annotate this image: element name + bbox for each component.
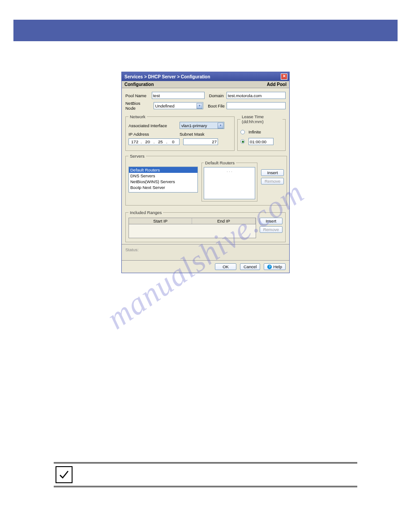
ip-octet-2: 20: [143, 139, 153, 144]
page-header-banner: [13, 20, 398, 41]
ranges-table[interactable]: Start IP End IP: [128, 218, 256, 238]
bootfile-label: Boot File: [208, 103, 225, 108]
list-item[interactable]: Bootp Next Server: [129, 184, 197, 190]
domain-label: Domain: [209, 93, 225, 98]
bootfile-input[interactable]: [227, 102, 286, 109]
servers-insert-button[interactable]: Insert: [261, 169, 284, 176]
checkmark-icon: [56, 466, 73, 483]
chevron-down-icon: ▾: [218, 123, 223, 129]
lease-time-group: Lease Time (dd:hh:mm) Infinite: [237, 114, 286, 151]
ranges-legend: Included Ranges: [128, 210, 163, 215]
status-area: Status:: [122, 244, 289, 260]
assoc-if-select[interactable]: vlan1-primary ▾: [180, 122, 224, 129]
ok-button[interactable]: OK: [215, 263, 236, 270]
infinite-radio[interactable]: [240, 130, 245, 134]
help-button[interactable]: ? Help: [264, 263, 286, 270]
dialog-subheader: Configuration Add Pool: [122, 81, 289, 88]
dhcp-config-dialog: Services > DHCP Server > Configuration ✕…: [121, 72, 290, 273]
included-ranges-group: Included Ranges Start IP End IP Insert R…: [125, 210, 286, 242]
subnet-mask-input[interactable]: 27: [183, 138, 218, 145]
chevron-down-icon: ▾: [197, 103, 202, 109]
netbios-value: Undefined: [155, 103, 175, 108]
routers-legend: Default Routers: [204, 160, 236, 165]
help-label: Help: [273, 264, 282, 269]
ranges-insert-button[interactable]: Insert: [260, 218, 283, 224]
pool-name-input[interactable]: [152, 92, 205, 99]
servers-remove-button: Remove: [261, 178, 284, 184]
infinite-label: Infinite: [248, 129, 261, 134]
dialog-button-bar: OK Cancel ? Help: [122, 260, 289, 273]
ip-address-input[interactable]: 172. 20. 25. 0: [128, 138, 180, 145]
netbios-select[interactable]: Undefined ▾: [154, 102, 204, 109]
list-item[interactable]: DNS Servers: [129, 173, 197, 179]
routers-textbox[interactable]: . . .: [204, 167, 255, 199]
network-legend: Network: [128, 114, 147, 119]
servers-group: Servers Default Routers DNS Servers NetB…: [125, 154, 287, 206]
assoc-if-value: vlan1-primary: [181, 123, 207, 128]
ranges-remove-button: Remove: [260, 226, 283, 233]
default-routers-group: Default Routers . . .: [201, 160, 257, 202]
servers-listbox[interactable]: Default Routers DNS Servers NetBios(WINS…: [128, 167, 198, 193]
subheader-right: Add Pool: [267, 82, 287, 87]
domain-input[interactable]: [227, 92, 286, 99]
divider: [54, 462, 357, 463]
ranges-col-start: Start IP: [129, 218, 192, 224]
status-label: Status:: [125, 247, 139, 252]
close-icon[interactable]: ✕: [281, 73, 287, 80]
ip-octet-3: 25: [155, 139, 165, 144]
network-group: Network Associated Interface vlan1-prima…: [125, 114, 235, 151]
dialog-titlebar: Services > DHCP Server > Configuration ✕: [122, 72, 289, 81]
list-item[interactable]: NetBios(WINS) Servers: [129, 179, 197, 184]
lease-legend: Lease Time (dd:hh:mm): [240, 114, 283, 124]
breadcrumb: Services > DHCP Server > Configuration: [124, 74, 210, 79]
subnet-suffix: 27: [212, 139, 217, 144]
routers-placeholder: . . .: [204, 167, 255, 173]
divider: [54, 486, 357, 487]
help-icon: ?: [267, 265, 272, 269]
note-area: [54, 460, 357, 489]
pool-name-label: Pool Name: [125, 93, 150, 98]
netbios-label: NetBios Node: [125, 101, 152, 111]
assoc-if-label: Associated Interface: [128, 123, 178, 128]
list-item[interactable]: Default Routers: [129, 167, 197, 173]
time-radio[interactable]: [240, 139, 245, 144]
subnet-label: Subnet Mask: [180, 132, 204, 137]
lease-time-input[interactable]: [248, 138, 274, 145]
ip-octet-4: 0: [168, 139, 178, 144]
ranges-col-end: End IP: [192, 218, 255, 224]
cancel-button[interactable]: Cancel: [240, 263, 261, 270]
ip-label: IP Address: [128, 132, 178, 137]
ip-octet-1: 172: [130, 139, 140, 144]
servers-legend: Servers: [128, 154, 146, 159]
subheader-left: Configuration: [124, 82, 154, 87]
